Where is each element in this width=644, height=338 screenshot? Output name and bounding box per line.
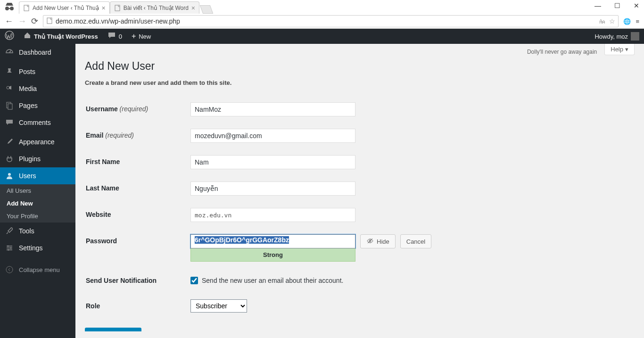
label-username: Username (required) <box>86 97 190 122</box>
password-input[interactable]: 6r^GOpBjDr6O^grGGAorZ8bz <box>190 234 355 248</box>
tab-bar: Add New User ‹ Thủ Thuậ × Bài viết ‹ Thủ… <box>0 0 644 14</box>
comments-link[interactable]: 0 <box>103 29 127 44</box>
comments-count: 0 <box>119 33 122 40</box>
dashboard-icon <box>5 48 14 57</box>
username-input[interactable] <box>190 102 355 116</box>
account-link[interactable]: Howdy, moz <box>590 29 644 44</box>
collapse-icon <box>5 265 14 274</box>
wp-adminbar: Thủ Thuật WordPress 0 + New Howdy, moz <box>0 29 644 44</box>
menu-tools[interactable]: Tools <box>0 223 75 239</box>
label-password: Password <box>86 229 190 267</box>
globe-icon[interactable]: 🌐 <box>623 18 631 25</box>
user-form: Username (required) Email (required) Fir… <box>85 96 635 319</box>
window-controls: — ☐ ✕ <box>592 1 642 10</box>
svg-point-14 <box>6 266 13 273</box>
maximize-button[interactable]: ☐ <box>611 1 623 10</box>
label-lastname: Last Name <box>86 176 190 201</box>
media-icon <box>5 84 14 93</box>
menu-label: Comments <box>19 119 51 126</box>
eye-off-icon <box>366 237 374 246</box>
menu-plugins[interactable]: Plugins <box>0 150 75 167</box>
wrench-icon <box>5 226 14 236</box>
url-bar[interactable]: demo.moz.edu.vn/wp-admin/user-new.php 🗛 … <box>43 15 619 27</box>
label-role: Role <box>86 294 190 318</box>
wordpress-icon <box>5 31 14 42</box>
submenu-users: All Users Add New Your Profile <box>0 184 75 223</box>
help-tab[interactable]: Help ▾ <box>604 44 635 55</box>
email-input[interactable] <box>190 129 355 143</box>
label-website: Website <box>86 202 190 228</box>
site-name-link[interactable]: Thủ Thuật WordPress <box>19 29 103 44</box>
browser-tab-0[interactable]: Add New User ‹ Thủ Thuậ × <box>19 1 110 14</box>
browser-tab-1[interactable]: Bài viết ‹ Thủ Thuật Word × <box>110 1 199 14</box>
submenu-add-new[interactable]: Add New <box>0 197 75 210</box>
menu-comments[interactable]: Comments <box>0 114 75 131</box>
svg-point-12 <box>10 247 12 249</box>
menu-settings[interactable]: Settings <box>0 239 75 256</box>
add-user-button[interactable] <box>85 328 141 331</box>
user-icon <box>5 171 14 181</box>
menu-media[interactable]: Media <box>0 80 75 97</box>
incognito-icon <box>4 2 15 11</box>
menu-users[interactable]: Users <box>0 167 75 184</box>
website-input[interactable] <box>190 208 355 222</box>
site-name: Thủ Thuật WordPress <box>34 33 98 40</box>
brush-icon <box>5 137 14 147</box>
lastname-input[interactable] <box>190 181 355 196</box>
comments-icon <box>5 118 14 127</box>
page-icon <box>46 17 53 25</box>
hide-password-button[interactable]: Hide <box>360 234 396 248</box>
url-text: demo.moz.edu.vn/wp-admin/user-new.php <box>56 17 599 25</box>
sliders-icon <box>5 243 14 253</box>
submenu-all-users[interactable]: All Users <box>0 184 75 197</box>
comment-icon <box>107 31 116 41</box>
svg-rect-2 <box>8 8 10 9</box>
menu-label: Plugins <box>19 155 41 163</box>
bookmark-icon[interactable]: ☆ <box>609 17 615 25</box>
new-content-link[interactable]: + New <box>127 29 156 44</box>
plus-icon: + <box>132 32 136 41</box>
label-notification: Send User Notification <box>86 268 190 293</box>
label-email: Email (required) <box>86 123 190 148</box>
home-icon <box>24 32 31 41</box>
wp-content: Dolly'll never go away again Help ▾ Add … <box>75 44 644 338</box>
help-label: Help <box>611 46 623 53</box>
back-button[interactable]: ← <box>5 16 13 26</box>
tab-close-icon[interactable]: × <box>191 5 195 11</box>
svg-rect-9 <box>8 104 12 109</box>
tab-close-icon[interactable]: × <box>102 5 106 11</box>
avatar <box>631 32 639 41</box>
pin-icon <box>5 67 14 76</box>
cancel-password-button[interactable]: Cancel <box>400 234 431 248</box>
wp-logo[interactable] <box>0 29 19 44</box>
send-notification-checkbox[interactable] <box>190 277 198 284</box>
menu-label: Users <box>19 172 36 180</box>
minimize-button[interactable]: — <box>592 1 604 10</box>
menu-appearance[interactable]: Appearance <box>0 133 75 150</box>
page-title: Add New User <box>85 60 635 73</box>
menu-pages[interactable]: Pages <box>0 97 75 114</box>
translate-icon[interactable]: 🗛 <box>599 17 605 25</box>
forward-button[interactable]: → <box>18 16 26 26</box>
role-select[interactable]: Subscriber <box>190 299 247 313</box>
menu-label: Media <box>19 85 37 92</box>
menu-posts[interactable]: Posts <box>0 63 75 80</box>
menu-icon[interactable]: ≡ <box>636 18 639 25</box>
howdy-text: Howdy, moz <box>594 33 628 40</box>
reload-button[interactable]: ⟳ <box>31 16 38 26</box>
close-button[interactable]: ✕ <box>631 1 642 10</box>
firstname-input[interactable] <box>190 155 355 169</box>
new-tab-button[interactable] <box>200 5 214 14</box>
file-icon <box>114 5 121 11</box>
label-firstname: First Name <box>86 149 190 175</box>
nav-bar: ← → ⟳ demo.moz.edu.vn/wp-admin/user-new.… <box>0 14 644 29</box>
tab-title: Bài viết ‹ Thủ Thuật Word <box>124 5 189 11</box>
svg-point-10 <box>8 173 11 176</box>
collapse-menu[interactable]: Collapse menu <box>0 261 75 278</box>
browser-chrome: — ☐ ✕ Add New User ‹ Thủ Thuậ × Bài viết… <box>0 0 644 29</box>
submenu-your-profile[interactable]: Your Profile <box>0 210 75 223</box>
menu-label: Appearance <box>19 138 55 146</box>
svg-rect-4 <box>115 5 120 11</box>
new-label: New <box>139 33 151 40</box>
menu-dashboard[interactable]: Dashboard <box>0 44 75 61</box>
